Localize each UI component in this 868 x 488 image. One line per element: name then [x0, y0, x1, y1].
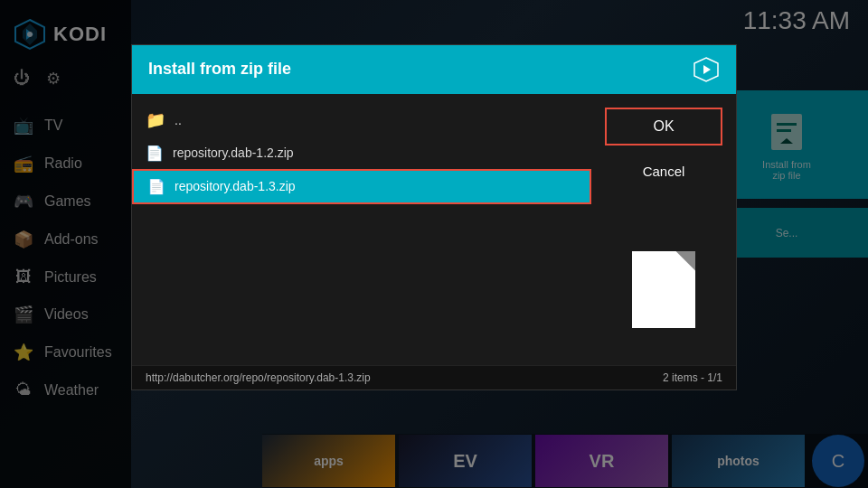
file-icon-2: 📄: [147, 178, 165, 195]
file-item-dab13[interactable]: 📄 repository.dab-1.3.zip: [132, 169, 591, 204]
footer-url: http://dabutcher.org/repo/repository.dab…: [146, 371, 371, 384]
file-list: 📁 .. 📄 repository.dab-1.2.zip 📄 reposito…: [132, 94, 591, 365]
preview-file-icon: [632, 251, 695, 328]
file-icon-1: 📄: [146, 145, 164, 162]
cancel-button[interactable]: Cancel: [605, 155, 722, 188]
filename-dab12: repository.dab-1.2.zip: [173, 145, 294, 160]
dialog-kodi-icon: [693, 56, 720, 83]
dialog-overlay: Install from zip file 📁 .. 📄 repository.…: [0, 0, 868, 488]
svg-marker-9: [703, 65, 711, 74]
ok-button[interactable]: OK: [605, 108, 722, 145]
dialog-title: Install from zip file: [148, 60, 291, 79]
folder-icon: 📁: [146, 110, 165, 130]
install-dialog: Install from zip file 📁 .. 📄 repository.…: [131, 44, 737, 390]
file-preview: [605, 251, 722, 328]
dialog-body: 📁 .. 📄 repository.dab-1.2.zip 📄 reposito…: [132, 94, 736, 365]
file-item-parent[interactable]: 📁 ..: [132, 103, 591, 137]
dialog-footer: http://dabutcher.org/repo/repository.dab…: [132, 365, 736, 389]
footer-items: 2 items - 1/1: [663, 371, 722, 384]
file-item-dab12[interactable]: 📄 repository.dab-1.2.zip: [132, 137, 591, 169]
parent-dir-label: ..: [175, 113, 182, 127]
dialog-header: Install from zip file: [132, 45, 736, 94]
dialog-actions: OK Cancel: [591, 94, 736, 365]
filename-dab13: repository.dab-1.3.zip: [175, 179, 296, 193]
